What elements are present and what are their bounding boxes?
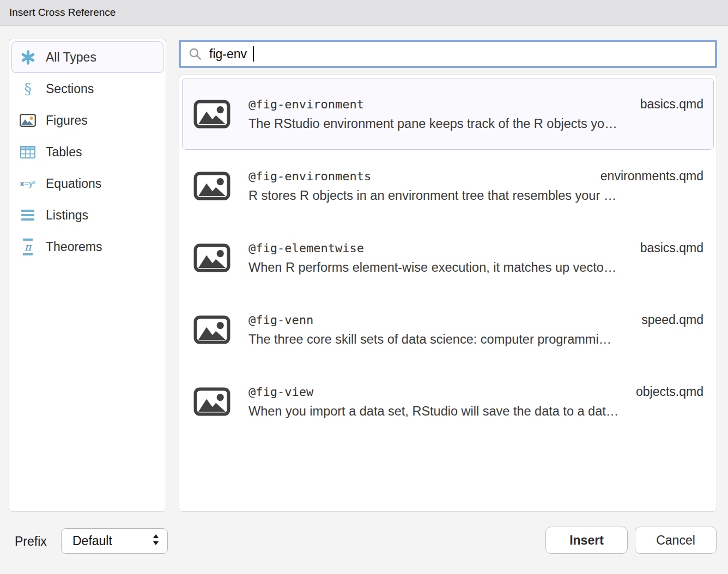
sidebar-item-label: Figures (46, 113, 88, 128)
result-filename: environments.qmd (600, 169, 703, 184)
prefix-select[interactable]: Default (61, 528, 168, 554)
result-item[interactable]: @fig-viewobjects.qmdWhen you import a da… (182, 365, 714, 437)
sidebar-item-label: All Types (46, 50, 96, 65)
result-reference-id: @fig-environment (248, 97, 364, 111)
sidebar-item-tables[interactable]: Tables (11, 136, 163, 168)
insert-button[interactable]: Insert (545, 527, 628, 554)
search-icon (186, 47, 204, 61)
equation-icon: x=y² (19, 180, 37, 187)
table-icon (19, 146, 37, 158)
result-description: R stores R objects in an environment tre… (248, 188, 703, 203)
result-item[interactable]: @fig-elementwisebasics.qmdWhen R perform… (182, 222, 714, 294)
result-item[interactable]: @fig-environmentsenvironments.qmdR store… (182, 150, 714, 222)
select-arrows-icon (152, 533, 160, 549)
sidebar-item-label: Tables (46, 145, 82, 160)
result-description: The three core skill sets of data scienc… (248, 332, 703, 347)
image-icon (193, 171, 230, 201)
sidebar-item-equations[interactable]: x=y²Equations (11, 168, 163, 199)
result-description: When R performs element-wise execution, … (248, 260, 703, 275)
insert-cross-reference-dialog: Insert Cross Reference All Types§Section… (0, 0, 728, 574)
sidebar-item-label: Listings (46, 208, 88, 223)
sidebar-item-figures[interactable]: Figures (11, 105, 163, 136)
text-caret (253, 46, 254, 62)
theorem-icon: π (19, 239, 37, 255)
image-icon (193, 99, 230, 129)
image-icon (193, 243, 230, 273)
result-reference-id: @fig-venn (248, 313, 313, 327)
result-description: The RStudio environment pane keeps track… (248, 117, 703, 131)
result-reference-id: @fig-view (248, 385, 313, 399)
sidebar-item-label: Theorems (46, 240, 102, 254)
result-reference-id: @fig-environments (248, 169, 371, 183)
result-filename: speed.qmd (641, 313, 703, 327)
sidebar-item-theorems[interactable]: πTheorems (11, 231, 163, 262)
results-list: @fig-environmentbasics.qmdThe RStudio en… (179, 75, 717, 512)
listing-icon (19, 210, 37, 221)
search-input[interactable]: fig-env (179, 40, 717, 68)
result-description: When you import a data set, RStudio will… (248, 404, 703, 419)
dialog-title: Insert Cross Reference (9, 7, 116, 19)
sidebar-item-sections[interactable]: §Sections (11, 73, 163, 105)
sidebar-item-label: Sections (46, 82, 94, 96)
type-filter-sidebar: All Types§SectionsFiguresTablesx=y²Equat… (9, 39, 166, 512)
result-item[interactable]: @fig-environmentbasics.qmdThe RStudio en… (182, 78, 714, 150)
sidebar-item-listings[interactable]: Listings (11, 199, 163, 231)
sidebar-item-label: Equations (46, 176, 101, 191)
result-filename: basics.qmd (640, 97, 703, 112)
search-value: fig-env (209, 47, 247, 62)
result-reference-id: @fig-elementwise (248, 241, 364, 255)
asterisk-icon (19, 50, 37, 65)
prefix-select-value: Default (72, 534, 112, 548)
section-icon: § (19, 82, 37, 96)
result-filename: objects.qmd (636, 384, 703, 399)
figure-icon (19, 114, 37, 127)
prefix-label: Prefix (15, 534, 47, 549)
dialog-titlebar: Insert Cross Reference (0, 0, 728, 26)
cancel-button[interactable]: Cancel (635, 527, 717, 554)
image-icon (193, 387, 230, 417)
result-filename: basics.qmd (640, 241, 703, 255)
image-icon (193, 315, 230, 345)
sidebar-item-all-types[interactable]: All Types (11, 41, 163, 73)
result-item[interactable]: @fig-vennspeed.qmdThe three core skill s… (182, 294, 714, 365)
